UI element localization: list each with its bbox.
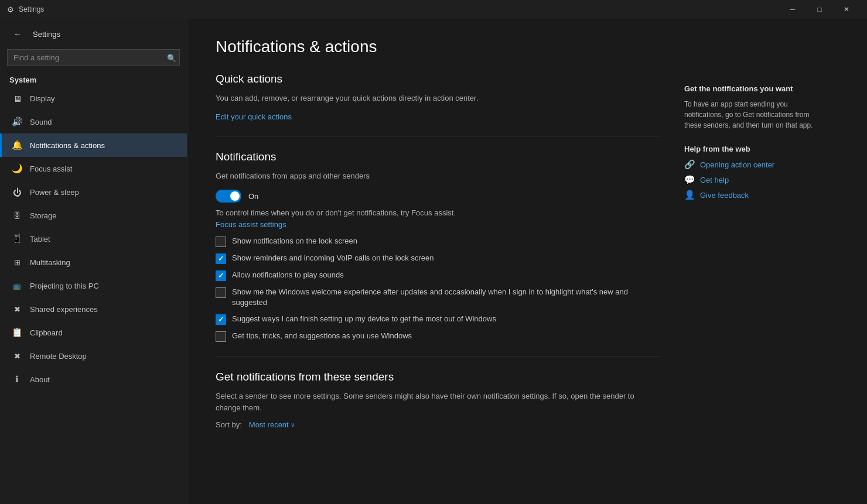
checkbox-suggest-box[interactable]: ✓ — [216, 314, 226, 325]
search-input[interactable] — [7, 49, 180, 66]
checkbox-welcome: Show me the Windows welcome experience a… — [216, 287, 661, 308]
sort-value-text: Most recent — [249, 420, 289, 429]
sidebar-item-label: Display — [30, 94, 55, 103]
multitasking-icon: ⊞ — [11, 256, 23, 268]
close-button[interactable]: ✕ — [833, 0, 860, 19]
titlebar-left: ⚙ Settings — [7, 5, 44, 14]
divider-1 — [216, 136, 661, 136]
sidebar-item-shared[interactable]: ✖ Shared experiences — [0, 297, 187, 321]
about-icon: ℹ — [11, 373, 23, 385]
storage-icon: 🗄 — [11, 210, 23, 221]
checkbox-suggest-label: Suggest ways I can finish setting up my … — [232, 314, 496, 324]
sort-chevron-icon: ∨ — [291, 421, 295, 428]
sidebar-item-remote[interactable]: ✖ Remote Desktop — [0, 344, 187, 368]
sidebar-item-label: Storage — [30, 211, 57, 220]
give-feedback-label: Give feedback — [700, 191, 749, 200]
remote-icon: ✖ — [11, 350, 23, 362]
senders-title: Get notifications from these senders — [216, 371, 661, 383]
titlebar: ⚙ Settings ─ □ ✕ — [0, 0, 867, 19]
power-icon: ⏻ — [11, 186, 23, 198]
sidebar-item-label: Clipboard — [30, 328, 63, 337]
checkbox-tips-label: Get tips, tricks, and suggestions as you… — [232, 331, 412, 341]
titlebar-title: Settings — [19, 5, 44, 13]
notifications-icon: 🔔 — [11, 139, 23, 151]
right-get-notifications-desc: To have an app start sending you notific… — [684, 99, 813, 131]
sidebar-item-notifications[interactable]: 🔔 Notifications & actions — [0, 133, 187, 157]
checkmark-sounds: ✓ — [218, 272, 224, 280]
clipboard-icon: 📋 — [11, 327, 23, 338]
opening-action-label: Opening action center — [700, 160, 774, 169]
checkbox-suggest: ✓ Suggest ways I can finish setting up m… — [216, 314, 661, 325]
checkbox-sounds: ✓ Allow notifications to play sounds — [216, 270, 661, 281]
sidebar-item-label: Focus assist — [30, 164, 72, 173]
focus-assist-link[interactable]: Focus assist settings — [216, 220, 286, 229]
sidebar-header: ← Settings — [0, 19, 187, 47]
checkbox-lockscreen-label: Show notifications on the lock screen — [232, 236, 357, 246]
main-content: Notifications & actions Quick actions Yo… — [187, 19, 867, 504]
sidebar-item-label: Shared experiences — [30, 305, 98, 314]
notifications-toggle-label: Get notifications from apps and other se… — [216, 170, 661, 182]
sidebar-item-label: Power & sleep — [30, 188, 79, 197]
sidebar-section-label: System — [0, 71, 187, 87]
sidebar-item-tablet[interactable]: 📱 Tablet — [0, 227, 187, 251]
sidebar: ← Settings 🔍 System 🖥 Display 🔊 Sound 🔔 … — [0, 19, 187, 504]
app-container: ← Settings 🔍 System 🖥 Display 🔊 Sound 🔔 … — [0, 19, 867, 504]
give-feedback-icon: 👤 — [684, 190, 695, 200]
sidebar-item-projecting[interactable]: 📺 Projecting to this PC — [0, 274, 187, 297]
sidebar-item-label: About — [30, 375, 50, 384]
checkmark-suggest: ✓ — [218, 316, 224, 324]
sidebar-item-power[interactable]: ⏻ Power & sleep — [0, 180, 187, 204]
sidebar-item-label: Notifications & actions — [30, 141, 105, 150]
toggle-knob — [230, 191, 240, 201]
opening-action-link-row[interactable]: 🔗 Opening action center — [684, 159, 813, 170]
shared-icon: ✖ — [11, 303, 23, 315]
sidebar-item-label: Sound — [30, 118, 52, 126]
sound-icon: 🔊 — [11, 116, 23, 128]
display-icon: 🖥 — [11, 92, 23, 104]
sidebar-item-about[interactable]: ℹ About — [0, 368, 187, 391]
sidebar-item-focus[interactable]: 🌙 Focus assist — [0, 157, 187, 180]
content-area: Notifications & actions Quick actions Yo… — [216, 37, 661, 485]
checkbox-tips: Get tips, tricks, and suggestions as you… — [216, 331, 661, 342]
right-panel: Get the notifications you want To have a… — [684, 37, 813, 485]
sidebar-item-display[interactable]: 🖥 Display — [0, 87, 187, 110]
focus-icon: 🌙 — [11, 163, 23, 174]
right-get-notifications-title: Get the notifications you want — [684, 84, 813, 93]
notifications-toggle[interactable] — [216, 190, 241, 203]
page-title: Notifications & actions — [216, 37, 661, 56]
search-icon-button[interactable]: 🔍 — [167, 53, 176, 62]
get-help-link-row[interactable]: 💬 Get help — [684, 174, 813, 185]
projecting-icon: 📺 — [11, 280, 23, 292]
checkbox-lockscreen: Show notifications on the lock screen — [216, 236, 661, 247]
sidebar-item-label: Projecting to this PC — [30, 282, 99, 290]
back-button[interactable]: ← — [9, 26, 26, 42]
maximize-button[interactable]: □ — [806, 0, 833, 19]
edit-quick-actions-link[interactable]: Edit your quick actions — [216, 112, 292, 121]
checkbox-welcome-box[interactable] — [216, 287, 226, 298]
tablet-icon: 📱 — [11, 233, 23, 245]
toggle-state-label: On — [248, 192, 258, 201]
get-help-icon: 💬 — [684, 174, 695, 185]
checkbox-voip-box[interactable]: ✓ — [216, 253, 226, 264]
sidebar-item-multitasking[interactable]: ⊞ Multitasking — [0, 251, 187, 274]
get-help-label: Get help — [700, 176, 729, 184]
checkbox-sounds-box[interactable]: ✓ — [216, 270, 226, 281]
sidebar-item-storage[interactable]: 🗄 Storage — [0, 204, 187, 227]
checkmark-voip: ✓ — [218, 255, 224, 263]
checkbox-tips-box[interactable] — [216, 331, 226, 342]
search-box: 🔍 — [7, 49, 180, 66]
give-feedback-link-row[interactable]: 👤 Give feedback — [684, 190, 813, 200]
sort-value-button[interactable]: Most recent ∨ — [249, 420, 295, 429]
quick-actions-title: Quick actions — [216, 73, 661, 85]
checkbox-sounds-label: Allow notifications to play sounds — [232, 270, 344, 280]
sort-row: Sort by: Most recent ∨ — [216, 420, 661, 429]
checkbox-voip-label: Show reminders and incoming VoIP calls o… — [232, 253, 433, 263]
sidebar-item-label: Multitasking — [30, 258, 70, 267]
titlebar-controls: ─ □ ✕ — [779, 0, 860, 19]
checkbox-lockscreen-box[interactable] — [216, 236, 226, 247]
sidebar-item-sound[interactable]: 🔊 Sound — [0, 110, 187, 133]
right-help-title: Help from the web — [684, 145, 813, 153]
sidebar-item-clipboard[interactable]: 📋 Clipboard — [0, 321, 187, 344]
notifications-title: Notifications — [216, 150, 661, 163]
minimize-button[interactable]: ─ — [779, 0, 806, 19]
